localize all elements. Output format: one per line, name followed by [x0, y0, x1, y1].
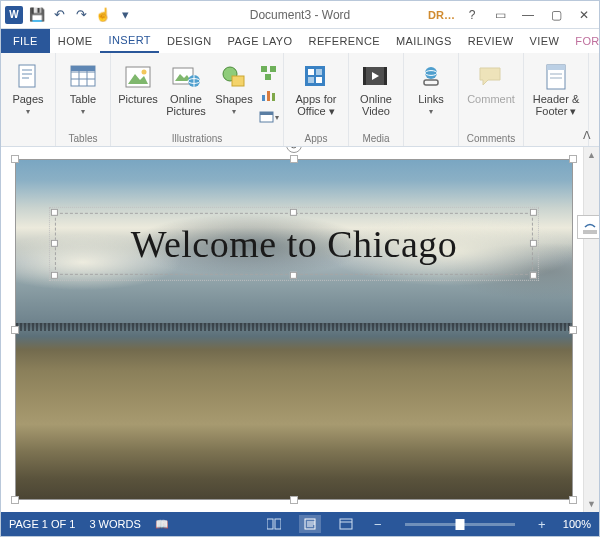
text-box[interactable]: Welcome to Chicago — [55, 213, 533, 275]
online-pictures-label: Online Pictures — [163, 93, 209, 117]
svg-rect-54 — [340, 519, 352, 529]
minimize-button[interactable]: — — [517, 4, 539, 26]
pages-button[interactable]: Pages ▾ — [5, 61, 51, 118]
resize-handle[interactable] — [290, 496, 298, 504]
chevron-down-icon: ▾ — [429, 107, 433, 116]
web-layout-button[interactable] — [335, 515, 357, 533]
save-button[interactable]: 💾 — [27, 5, 47, 25]
status-bar: PAGE 1 OF 1 3 WORDS 📖 − + 100% — [1, 512, 599, 536]
title-bar: W 💾 ↶ ↷ ☝ ▾ Document3 - Word DR… ? ▭ — ▢… — [1, 1, 599, 29]
header-footer-button[interactable]: Header & Footer ▾ — [528, 61, 584, 119]
resize-handle[interactable] — [11, 155, 19, 163]
header-footer-icon — [542, 63, 570, 91]
tab-references[interactable]: REFERENCE — [301, 29, 388, 53]
tab-review[interactable]: REVIEW — [460, 29, 522, 53]
resize-handle[interactable] — [290, 209, 297, 216]
shapes-button[interactable]: Shapes ▾ — [211, 61, 257, 118]
selected-picture[interactable]: ⟳ Welcome to Chicago — [15, 159, 573, 500]
group-label: Illustrations — [172, 133, 223, 144]
svg-rect-31 — [308, 77, 314, 83]
apps-label: Apps for Office ▾ — [288, 93, 344, 117]
svg-rect-22 — [265, 74, 271, 80]
smartart-button[interactable] — [259, 63, 279, 83]
table-label: Table — [70, 93, 96, 105]
vertical-scrollbar[interactable]: ▲ ▼ — [583, 147, 599, 512]
close-button[interactable]: ✕ — [573, 4, 595, 26]
resize-handle[interactable] — [51, 240, 58, 247]
shapes-label: Shapes — [215, 93, 252, 105]
zoom-out-button[interactable]: − — [371, 517, 385, 531]
account-badge[interactable]: DR… — [428, 9, 455, 21]
tab-format[interactable]: FORMAT — [567, 29, 600, 53]
resize-handle[interactable] — [569, 155, 577, 163]
redo-button[interactable]: ↷ — [71, 5, 91, 25]
pictures-button[interactable]: Pictures — [115, 61, 161, 107]
online-pictures-button[interactable]: Online Pictures — [163, 61, 209, 119]
chevron-down-icon: ▾ — [26, 107, 30, 116]
zoom-slider[interactable] — [405, 523, 515, 526]
touch-mode-button[interactable]: ☝ — [93, 5, 113, 25]
tab-insert[interactable]: INSERT — [100, 29, 159, 53]
resize-handle[interactable] — [290, 272, 297, 279]
svg-rect-1 — [22, 69, 32, 71]
apps-for-office-button[interactable]: Apps for Office ▾ — [288, 61, 344, 119]
maximize-button[interactable]: ▢ — [545, 4, 567, 26]
screenshot-button[interactable]: ▾ — [259, 107, 279, 127]
svg-rect-21 — [270, 66, 276, 72]
resize-handle[interactable] — [569, 496, 577, 504]
resize-handle[interactable] — [530, 209, 537, 216]
svg-rect-0 — [19, 65, 35, 87]
resize-handle[interactable] — [51, 209, 58, 216]
page-indicator[interactable]: PAGE 1 OF 1 — [9, 518, 75, 530]
chart-button[interactable] — [259, 85, 279, 105]
group-illustrations: Pictures Online Pictures Shapes ▾ ▾ Illu — [111, 53, 284, 146]
read-mode-button[interactable] — [263, 515, 285, 533]
group-links: Links ▾ — [404, 53, 459, 146]
scroll-down-button[interactable]: ▼ — [584, 496, 599, 512]
undo-button[interactable]: ↶ — [49, 5, 69, 25]
skyline — [16, 323, 572, 331]
resize-handle[interactable] — [569, 326, 577, 334]
scroll-up-button[interactable]: ▲ — [584, 147, 599, 163]
zoom-slider-thumb[interactable] — [455, 519, 464, 530]
chicago-aerial-image[interactable]: Welcome to Chicago — [15, 159, 573, 500]
resize-handle[interactable] — [530, 272, 537, 279]
group-apps: Apps for Office ▾ Apps — [284, 53, 349, 146]
pictures-label: Pictures — [118, 93, 158, 105]
text-button[interactable]: A Text ▾ — [593, 61, 600, 118]
group-label: Comments — [467, 133, 515, 144]
layout-options-button[interactable] — [577, 215, 599, 239]
links-button[interactable]: Links ▾ — [408, 61, 454, 118]
svg-rect-41 — [547, 65, 565, 70]
tab-home[interactable]: HOME — [50, 29, 101, 53]
document-area[interactable]: ▲ ▼ ⟳ Welcome to Chicago — [1, 147, 599, 512]
tab-mailings[interactable]: MAILINGS — [388, 29, 460, 53]
tab-file[interactable]: FILE — [1, 29, 50, 53]
rotate-handle[interactable]: ⟳ — [286, 147, 302, 153]
tab-design[interactable]: DESIGN — [159, 29, 220, 53]
tab-page-layout[interactable]: PAGE LAYO — [220, 29, 301, 53]
resize-handle[interactable] — [11, 496, 19, 504]
svg-rect-2 — [22, 73, 32, 75]
resize-handle[interactable] — [51, 272, 58, 279]
word-count[interactable]: 3 WORDS — [89, 518, 140, 530]
tab-view[interactable]: VIEW — [522, 29, 568, 53]
resize-handle[interactable] — [530, 240, 537, 247]
zoom-in-button[interactable]: + — [535, 517, 549, 531]
links-label: Links — [418, 93, 444, 105]
help-button[interactable]: ? — [461, 4, 483, 26]
collapse-ribbon-button[interactable]: ᐱ — [579, 127, 595, 144]
ribbon: Pages ▾ Table ▾ Tables Pictures — [1, 53, 599, 147]
textbox-content[interactable]: Welcome to Chicago — [55, 222, 533, 266]
resize-handle[interactable] — [11, 326, 19, 334]
ribbon-display-options-button[interactable]: ▭ — [489, 4, 511, 26]
zoom-level[interactable]: 100% — [563, 518, 591, 530]
comment-button: Comment — [463, 61, 519, 107]
table-icon — [69, 63, 97, 91]
qat-customize-button[interactable]: ▾ — [115, 5, 135, 25]
table-button[interactable]: Table ▾ — [60, 61, 106, 118]
resize-handle[interactable] — [290, 155, 298, 163]
print-layout-button[interactable] — [299, 515, 321, 533]
online-video-button[interactable]: Online Video — [353, 61, 399, 119]
proofing-button[interactable]: 📖 — [155, 518, 169, 531]
